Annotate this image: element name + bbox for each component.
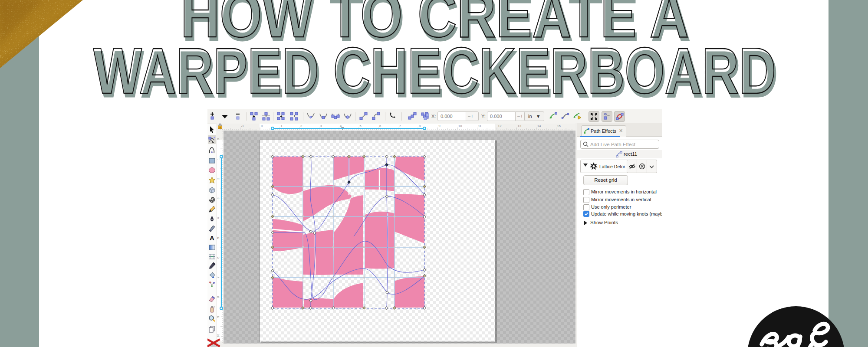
svg-text:0: 0: [261, 124, 263, 128]
svg-text:3: 3: [320, 124, 322, 128]
svg-text:1: 1: [281, 124, 283, 128]
svg-text:15: 15: [557, 124, 561, 128]
svg-text:0: 0: [217, 138, 220, 140]
svg-text:-1: -1: [241, 124, 244, 128]
svg-text:6: 6: [217, 257, 220, 259]
svg-text:1: 1: [217, 158, 220, 160]
svg-text:7: 7: [399, 124, 401, 128]
svg-text:14: 14: [537, 124, 541, 128]
svg-text:8: 8: [419, 124, 421, 128]
svg-text:9: 9: [439, 124, 441, 128]
svg-text:A: A: [210, 234, 214, 242]
svg-text:4: 4: [340, 124, 342, 128]
svg-text:9: 9: [217, 316, 220, 318]
svg-text:12: 12: [498, 124, 501, 128]
svg-text:10: 10: [458, 124, 462, 128]
svg-text:7: 7: [217, 276, 220, 278]
svg-text:2: 2: [300, 124, 302, 128]
svg-text:WARPED CHECKERBOARD: WARPED CHECKERBOARD: [93, 34, 776, 107]
svg-text:2: 2: [217, 178, 220, 180]
svg-text:8: 8: [217, 296, 220, 298]
svg-text:13: 13: [518, 124, 521, 128]
svg-text:5: 5: [360, 124, 362, 128]
svg-text:4: 4: [217, 217, 220, 219]
svg-text:10: 10: [217, 334, 220, 337]
svg-text:5: 5: [217, 237, 220, 239]
svg-text:6: 6: [379, 124, 381, 128]
svg-text:11: 11: [478, 124, 482, 128]
svg-text:3: 3: [217, 197, 220, 199]
